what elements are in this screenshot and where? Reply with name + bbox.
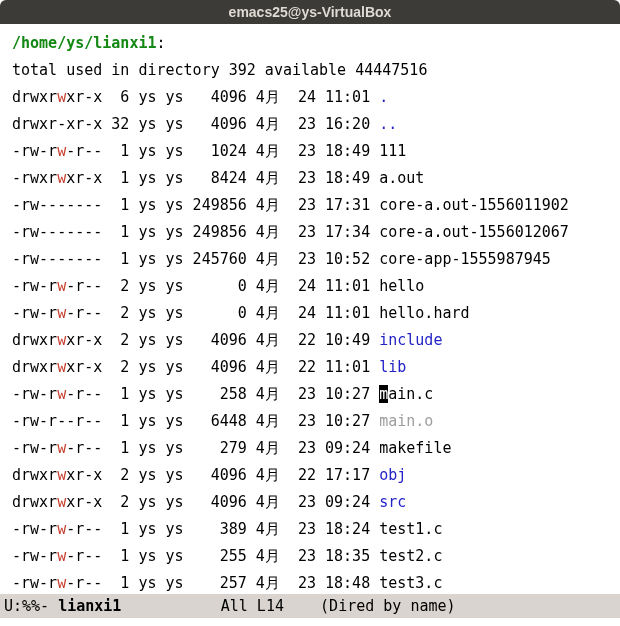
file-meta: 1 ys ys 8424 4月 23 18:49 bbox=[102, 169, 379, 187]
window-title-bar: emacs25@ys-VirtualBox bbox=[0, 0, 620, 24]
perm: xr-x bbox=[66, 331, 102, 349]
perm-group-write: w bbox=[57, 547, 66, 565]
file-name[interactable]: test3.c bbox=[379, 574, 442, 592]
modeline-left: U:%%- bbox=[4, 597, 58, 615]
dired-row[interactable]: -rw-rw-r-- 2 ys ys 0 4月 24 11:01 hello bbox=[12, 273, 620, 300]
dired-row[interactable]: -rw-r--r-- 1 ys ys 6448 4月 23 10:27 main… bbox=[12, 408, 620, 435]
perm: -r-- bbox=[66, 385, 102, 403]
file-name[interactable]: include bbox=[379, 331, 442, 349]
dired-row[interactable]: -rwxrwxr-x 1 ys ys 8424 4月 23 18:49 a.ou… bbox=[12, 165, 620, 192]
modeline-status: All L14 (Dired by name) bbox=[121, 597, 455, 615]
file-meta: 2 ys ys 4096 4月 22 11:01 bbox=[102, 358, 379, 376]
cursor: m bbox=[379, 385, 388, 403]
mode-line: U:%%- lianxi1 All L14 (Dired by name) bbox=[0, 594, 620, 618]
file-name[interactable]: 111 bbox=[379, 142, 406, 160]
perm: -rwxr bbox=[12, 169, 57, 187]
directory-path: /home/ys/lianxi1 bbox=[12, 34, 157, 52]
file-name[interactable]: .. bbox=[379, 115, 397, 133]
perm: -r-- bbox=[66, 547, 102, 565]
file-meta: 1 ys ys 6448 4月 23 10:27 bbox=[102, 412, 379, 430]
perm: -r-- bbox=[66, 520, 102, 538]
file-meta: 6 ys ys 4096 4月 24 11:01 bbox=[102, 88, 379, 106]
perm: drwxr bbox=[12, 493, 57, 511]
perm-group-write: w bbox=[57, 142, 66, 160]
perm: xr-x bbox=[66, 493, 102, 511]
dired-row[interactable]: drwxrwxr-x 6 ys ys 4096 4月 24 11:01 . bbox=[12, 84, 620, 111]
perm: -rw------- bbox=[12, 196, 102, 214]
file-name[interactable]: main.o bbox=[379, 412, 433, 430]
file-name[interactable]: ain.c bbox=[388, 385, 433, 403]
perm: -rw-r bbox=[12, 574, 57, 592]
perm-group-write: w bbox=[57, 520, 66, 538]
dired-row[interactable]: drwxrwxr-x 2 ys ys 4096 4月 22 10:49 incl… bbox=[12, 327, 620, 354]
file-name[interactable]: a.out bbox=[379, 169, 424, 187]
dired-row[interactable]: drwxrwxr-x 2 ys ys 4096 4月 22 17:17 obj bbox=[12, 462, 620, 489]
perm: drwxr bbox=[12, 466, 57, 484]
file-meta: 2 ys ys 4096 4月 22 10:49 bbox=[102, 331, 379, 349]
perm: -rw------- bbox=[12, 223, 102, 241]
perm: -rw------- bbox=[12, 250, 102, 268]
window-title: emacs25@ys-VirtualBox bbox=[229, 4, 392, 20]
perm: -rw-r--r-- bbox=[12, 412, 102, 430]
perm: -r-- bbox=[66, 304, 102, 322]
file-meta: 1 ys ys 389 4月 23 18:24 bbox=[102, 520, 379, 538]
perm: -r-- bbox=[66, 439, 102, 457]
file-name[interactable]: hello bbox=[379, 277, 424, 295]
dired-row[interactable]: drwxrwxr-x 2 ys ys 4096 4月 22 11:01 lib bbox=[12, 354, 620, 381]
dired-row[interactable]: -rw-rw-r-- 1 ys ys 258 4月 23 10:27 main.… bbox=[12, 381, 620, 408]
dired-row[interactable]: -rw------- 1 ys ys 245760 4月 23 10:52 co… bbox=[12, 246, 620, 273]
perm-group-write: w bbox=[57, 466, 66, 484]
perm-group-write: w bbox=[57, 574, 66, 592]
perm: -rw-r bbox=[12, 142, 57, 160]
perm: -rw-r bbox=[12, 547, 57, 565]
perm-group-write: w bbox=[57, 331, 66, 349]
dired-buffer[interactable]: /home/ys/lianxi1: total used in director… bbox=[0, 24, 620, 600]
dired-row[interactable]: drwxr-xr-x 32 ys ys 4096 4月 23 16:20 .. bbox=[12, 111, 620, 138]
file-name[interactable]: test1.c bbox=[379, 520, 442, 538]
file-meta: 1 ys ys 255 4月 23 18:35 bbox=[102, 547, 379, 565]
file-meta: 2 ys ys 4096 4月 23 09:24 bbox=[102, 493, 379, 511]
dired-row[interactable]: -rw-rw-r-- 1 ys ys 255 4月 23 18:35 test2… bbox=[12, 543, 620, 570]
dired-row[interactable]: -rw------- 1 ys ys 249856 4月 23 17:34 co… bbox=[12, 219, 620, 246]
dired-summary-line: total used in directory 392 available 44… bbox=[12, 57, 620, 84]
file-meta: 1 ys ys 1024 4月 23 18:49 bbox=[102, 142, 379, 160]
file-name[interactable]: hello.hard bbox=[379, 304, 469, 322]
perm: -r-- bbox=[66, 142, 102, 160]
file-name[interactable]: . bbox=[379, 88, 388, 106]
dired-row[interactable]: -rw-rw-r-- 1 ys ys 279 4月 23 09:24 makef… bbox=[12, 435, 620, 462]
file-name[interactable]: obj bbox=[379, 466, 406, 484]
file-meta: 2 ys ys 0 4月 24 11:01 bbox=[102, 304, 379, 322]
file-name[interactable]: core-a.out-1556012067 bbox=[379, 223, 569, 241]
file-name[interactable]: makefile bbox=[379, 439, 451, 457]
dired-row[interactable]: -rw-rw-r-- 1 ys ys 389 4月 23 18:24 test1… bbox=[12, 516, 620, 543]
file-name[interactable]: core-app-1555987945 bbox=[379, 250, 551, 268]
perm-group-write: w bbox=[57, 304, 66, 322]
file-meta: 1 ys ys 249856 4月 23 17:31 bbox=[102, 196, 379, 214]
file-name[interactable]: test2.c bbox=[379, 547, 442, 565]
file-meta: 1 ys ys 258 4月 23 10:27 bbox=[102, 385, 379, 403]
perm: xr-x bbox=[66, 358, 102, 376]
dired-row[interactable]: -rw-rw-r-- 2 ys ys 0 4月 24 11:01 hello.h… bbox=[12, 300, 620, 327]
perm: -rw-r bbox=[12, 304, 57, 322]
dired-row[interactable]: -rw------- 1 ys ys 249856 4月 23 17:31 co… bbox=[12, 192, 620, 219]
perm: -r-- bbox=[66, 277, 102, 295]
perm: drwxr bbox=[12, 358, 57, 376]
file-name[interactable]: lib bbox=[379, 358, 406, 376]
file-meta: 32 ys ys 4096 4月 23 16:20 bbox=[102, 115, 379, 133]
file-name[interactable]: src bbox=[379, 493, 406, 511]
dired-row[interactable]: drwxrwxr-x 2 ys ys 4096 4月 23 09:24 src bbox=[12, 489, 620, 516]
file-name[interactable]: core-a.out-1556011902 bbox=[379, 196, 569, 214]
file-meta: 2 ys ys 4096 4月 22 17:17 bbox=[102, 466, 379, 484]
perm-group-write: w bbox=[57, 439, 66, 457]
file-meta: 1 ys ys 249856 4月 23 17:34 bbox=[102, 223, 379, 241]
perm-group-write: w bbox=[57, 88, 66, 106]
file-meta: 2 ys ys 0 4月 24 11:01 bbox=[102, 277, 379, 295]
perm-group-write: w bbox=[57, 277, 66, 295]
file-meta: 1 ys ys 257 4月 23 18:48 bbox=[102, 574, 379, 592]
perm: xr-x bbox=[66, 169, 102, 187]
perm: drwxr bbox=[12, 88, 57, 106]
perm: -rw-r bbox=[12, 439, 57, 457]
perm: -rw-r bbox=[12, 385, 57, 403]
dired-row[interactable]: -rw-rw-r-- 1 ys ys 257 4月 23 18:48 test3… bbox=[12, 570, 620, 597]
dired-row[interactable]: -rw-rw-r-- 1 ys ys 1024 4月 23 18:49 111 bbox=[12, 138, 620, 165]
